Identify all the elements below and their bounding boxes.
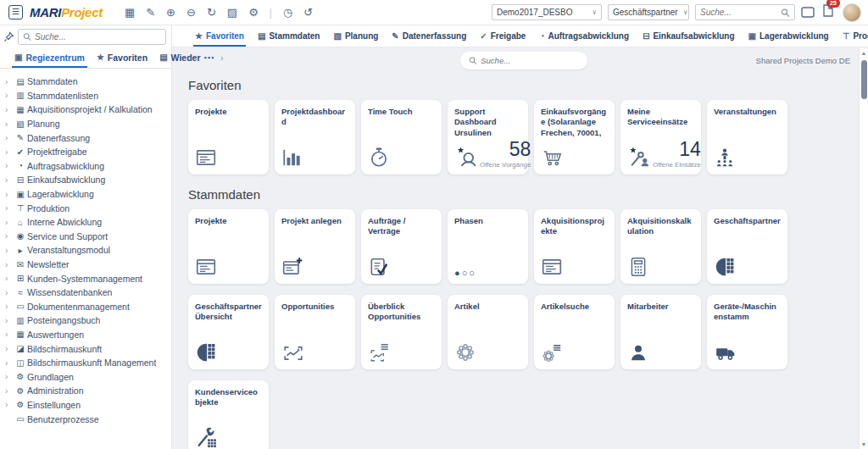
sidebar-search-input[interactable] xyxy=(35,32,161,42)
content-search-input[interactable] xyxy=(481,56,578,65)
tile-veranstaltungen[interactable]: Veranstaltungen xyxy=(707,100,787,175)
sidebar-item-projektfreigabe[interactable]: ›✔Projektfreigabe xyxy=(5,145,166,159)
sidebar-item-posteingangsbuch[interactable]: ›▥Posteingangsbuch xyxy=(5,313,166,328)
user-avatar[interactable] xyxy=(843,3,861,22)
tile-überblick-opportunities[interactable]: Überblick Opportunities xyxy=(361,295,442,369)
tile-phasen[interactable]: Phasen●○○ xyxy=(448,209,528,284)
context-select[interactable]: Geschäftspartner ∨ xyxy=(608,4,689,20)
sidebar-item-administration[interactable]: ›⚙Administration xyxy=(5,384,166,398)
tab-datenerfassung[interactable]: ✎Datenerfassung xyxy=(385,25,473,47)
expand-chevron-icon[interactable]: › xyxy=(5,246,14,255)
expand-chevron-icon[interactable]: › xyxy=(5,260,14,269)
sidebar-item-veranstaltungsmodul[interactable]: ›▸Veranstaltungsmodul xyxy=(5,243,166,258)
expand-chevron-icon[interactable]: › xyxy=(5,274,14,283)
tools-icon[interactable]: ⚙ xyxy=(248,6,259,19)
sidebar-item-dokumentenmanagement[interactable]: ›▭Dokumentenmanagement xyxy=(5,300,166,314)
sidebar-tab-regiezentrum[interactable]: ▣Regiezentrum xyxy=(8,47,91,68)
tab-produktion[interactable]: ⊤Produktion xyxy=(836,25,868,47)
sidebar-tab-favoriten[interactable]: ★Favoriten xyxy=(91,47,153,68)
tile-geschäftspartner-übersicht[interactable]: Geschäftspartner Übersicht xyxy=(188,295,269,369)
sidebar-item-auswertungen[interactable]: ›▦Auswertungen xyxy=(5,328,166,342)
sidebar-item-planung[interactable]: ›▧Planung xyxy=(5,117,166,131)
tile-projekte[interactable]: Projekte xyxy=(188,100,269,175)
tile-opportunities[interactable]: Opportunities xyxy=(275,295,355,369)
report-edit-icon[interactable]: ✎ xyxy=(146,6,155,19)
sidebar-item-wissensdatenbanken[interactable]: ›≈Wissensdatenbanken xyxy=(5,285,166,300)
expand-chevron-icon[interactable]: › xyxy=(5,175,14,185)
sidebar-item-newsletter[interactable]: ›✉Newsletter xyxy=(5,258,166,272)
expand-chevron-icon[interactable]: › xyxy=(5,316,14,325)
sidebar-item-benutzerprozesse[interactable]: ▭Benutzerprozesse xyxy=(5,412,166,426)
tile-akquisitionsprojekte[interactable]: Akquisitionsprojekte xyxy=(534,209,615,284)
expand-chevron-icon[interactable]: › xyxy=(5,119,14,129)
sidebar-item-stammdatenlisten[interactable]: ›▥Stammdatenlisten xyxy=(5,89,166,103)
sidebar-item-bildschirmauskunft-management[interactable]: ›◫Bildschirmauskunft Management xyxy=(5,356,166,370)
partner-icon[interactable]: ▦ xyxy=(125,6,135,19)
expand-chevron-icon[interactable]: › xyxy=(5,372,14,381)
company-select[interactable]: Demo2017_DESBO ∨ xyxy=(492,4,602,20)
sidebar-item-stammdaten[interactable]: ›▤Stammdaten xyxy=(5,75,166,89)
tile-artikel[interactable]: Artikel xyxy=(448,295,528,369)
expand-chevron-icon[interactable]: › xyxy=(5,288,14,297)
sidebar-item-einkaufsabwicklung[interactable]: ›⊟Einkaufsabwicklung xyxy=(5,173,166,187)
expand-chevron-icon[interactable]: › xyxy=(5,105,14,114)
tab-freigabe[interactable]: ✓Freigabe xyxy=(473,25,532,47)
projects-icon[interactable]: ▨ xyxy=(227,6,237,19)
tile-time-touch[interactable]: Time Touch xyxy=(361,100,442,175)
window-icon[interactable] xyxy=(801,7,815,18)
expand-chevron-icon[interactable]: › xyxy=(5,161,14,170)
tab-planung[interactable]: ▧Planung xyxy=(326,25,385,47)
expand-chevron-icon[interactable]: › xyxy=(5,147,14,157)
expand-chevron-icon[interactable]: › xyxy=(5,386,14,396)
sidebar-item-einstellungen[interactable]: ›⚙Einstellungen xyxy=(5,398,166,413)
redo-icon[interactable]: ↻ xyxy=(207,6,216,19)
notifications[interactable]: 25 xyxy=(822,4,833,20)
expand-chevron-icon[interactable]: › xyxy=(5,344,14,353)
sidebar-item-interne-abwicklung[interactable]: ›⌂Interne Abwicklung xyxy=(5,215,166,230)
tile-geräte-maschinenstamm[interactable]: Geräte-/Maschinenstamm xyxy=(707,295,787,369)
scroll-down-icon[interactable]: ▼ xyxy=(860,441,868,447)
menu-icon[interactable]: ☰ xyxy=(8,5,23,19)
tile-kundenserviceobjekte[interactable]: Kundenserviceobjekte xyxy=(188,380,269,449)
user-badge-icon[interactable]: ⊖ xyxy=(186,6,196,19)
sidebar-item-service-und-support[interactable]: ›◉Service und Support xyxy=(5,230,166,244)
scrollbar-thumb[interactable] xyxy=(861,60,867,99)
tile-geschäftspartner[interactable]: Geschäftspartner xyxy=(707,209,787,284)
tab-lagerabwicklung[interactable]: ▣Lagerabwicklung xyxy=(742,25,836,47)
expand-chevron-icon[interactable]: › xyxy=(5,358,14,368)
tile-einkaufsvorgänge-solaranlage-frechen-70001-sharp[interactable]: Einkaufsvorgänge (Solaranlage Frechen, 7… xyxy=(534,100,615,175)
expand-chevron-icon[interactable]: › xyxy=(5,203,14,213)
timer-icon[interactable]: ◷ xyxy=(283,6,292,19)
tab-stammdaten[interactable]: ▤Stammdaten xyxy=(251,25,326,47)
tile-mitarbeiter[interactable]: Mitarbeiter xyxy=(620,295,701,369)
sidebar-item-akquisitionsprojekt-kalkulation[interactable]: ›▦Akquisitionsprojekt / Kalkulation xyxy=(5,103,166,117)
global-search-input[interactable] xyxy=(700,8,781,17)
sidebar-item-lagerabwicklung[interactable]: ›▣Lagerabwicklung xyxy=(5,187,166,202)
sidebar-item-kunden-systemmanagement[interactable]: ›⊞Kunden-Systemmanagement xyxy=(5,271,166,285)
search-icon[interactable] xyxy=(781,8,790,18)
expand-chevron-icon[interactable]: › xyxy=(5,330,14,339)
scroll-up-icon[interactable]: ▲ xyxy=(860,50,868,56)
tile-akquisitionskalkulation[interactable]: Akquisitionskalkulation xyxy=(620,209,701,284)
sidebar-item-auftragsabwicklung[interactable]: ›◔Auftragsabwicklung xyxy=(5,159,166,174)
expand-chevron-icon[interactable]: › xyxy=(5,302,14,311)
tile-aufträge-verträge[interactable]: Aufträge / Verträge xyxy=(361,209,442,284)
tile-projekt-anlegen[interactable]: Projekt anlegen xyxy=(275,209,355,284)
user-add-icon[interactable]: ⊕ xyxy=(166,6,175,19)
reload-icon[interactable]: ↺ xyxy=(303,6,313,19)
tile-meine-serviceeinsätze[interactable]: Meine Serviceeinsätze14Offene Einsätze xyxy=(620,100,701,175)
expand-chevron-icon[interactable]: › xyxy=(5,133,14,142)
tile-projekte[interactable]: Projekte xyxy=(188,209,269,284)
expand-chevron-icon[interactable]: › xyxy=(5,190,14,199)
tab-auftragsabwicklung[interactable]: ◔Auftragsabwicklung xyxy=(532,25,636,47)
vertical-scrollbar[interactable]: ▲ ▼ xyxy=(859,48,868,449)
pin-icon[interactable] xyxy=(3,31,14,42)
sidebar-item-produktion[interactable]: ›⊤Produktion xyxy=(5,201,166,215)
expand-chevron-icon[interactable]: › xyxy=(5,400,14,409)
expand-chevron-icon[interactable]: › xyxy=(5,91,14,100)
tile-projektdashboard[interactable]: Projektdashboard xyxy=(275,100,355,175)
expand-chevron-icon[interactable]: › xyxy=(5,231,14,241)
tab-favoriten[interactable]: ★Favoriten xyxy=(188,25,251,47)
expand-chevron-icon[interactable]: › xyxy=(5,218,14,227)
expand-chevron-icon[interactable]: › xyxy=(5,77,14,86)
